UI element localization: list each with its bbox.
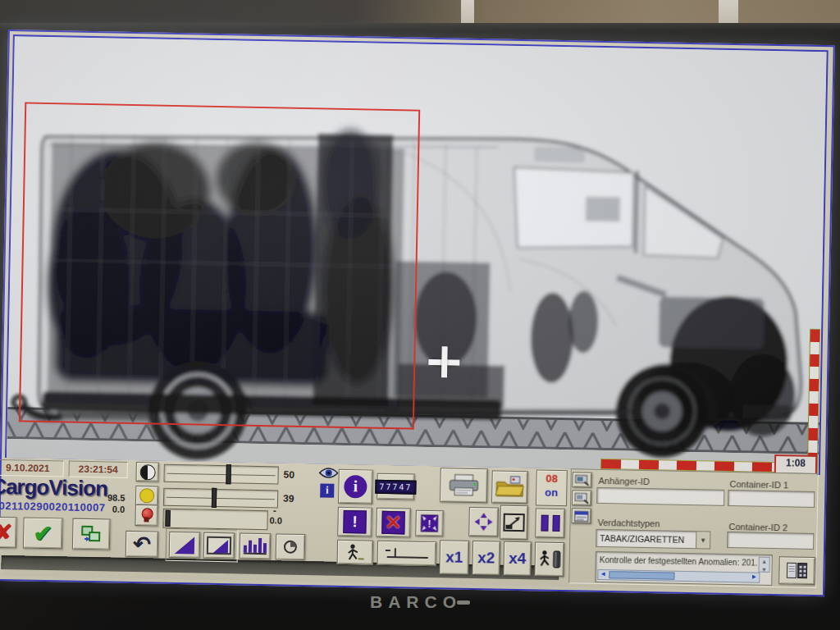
delete-anomaly-icon: ✕: [381, 511, 405, 535]
exclamation-icon: !: [343, 510, 367, 534]
ramp-icon: [175, 536, 194, 554]
anomaly-entry: Kontrolle der festgestellten Anomalien: …: [600, 555, 757, 568]
zoom-x1-button[interactable]: x1: [439, 540, 469, 575]
contrast-icon: [139, 464, 155, 480]
lamp-icon: [140, 508, 152, 523]
brightness-slider-thumb[interactable]: [212, 488, 217, 508]
mini-slider-icon: [384, 546, 430, 560]
svg-text:!: !: [427, 518, 431, 530]
verdachtstypen-label: Verdachtstypen: [597, 518, 660, 528]
verdachtstypen-dropdown[interactable]: TABAK/ZIGARETTEN ▼: [596, 529, 710, 550]
scrollbar-thumb[interactable]: [609, 571, 674, 580]
shrink-anomaly-button[interactable]: !: [415, 510, 444, 537]
runner-icon: [345, 543, 366, 561]
exit-door-icon: [536, 549, 561, 569]
detection-rectangle[interactable]: [19, 102, 420, 429]
lamp-button[interactable]: [135, 504, 158, 527]
folder-open-icon: [495, 475, 525, 499]
mark-anomaly-button[interactable]: !: [337, 507, 372, 537]
lamp-range-top: -: [273, 504, 276, 516]
contrast-button[interactable]: [135, 462, 158, 482]
send-image-button[interactable]: [72, 518, 111, 550]
resize-view-icon: [503, 514, 524, 532]
barco-logo-tail: [457, 600, 470, 605]
curve-icon: [283, 540, 298, 555]
crosshair-marker: [428, 346, 460, 378]
ramp-lut-button[interactable]: [169, 532, 201, 559]
contrast-value: 50: [284, 469, 295, 481]
brightness-value: 39: [283, 493, 294, 504]
measure-line-button[interactable]: [377, 541, 437, 566]
anomaly-listbox[interactable]: Kontrolle der festgestellten Anomalien: …: [595, 551, 773, 586]
accept-button[interactable]: ✔: [23, 517, 63, 549]
monitor-photo: 1:08 9.10.2021 23:21:54 CargoVision 2021…: [0, 0, 840, 630]
scroll-right-icon[interactable]: ►: [751, 573, 757, 581]
open-image-button[interactable]: [491, 470, 528, 504]
brightness-icon: [139, 488, 154, 503]
delete-anomaly-button[interactable]: ✕: [376, 508, 411, 538]
export-image2-button[interactable]: [572, 490, 591, 505]
check-icon: ✔: [33, 519, 52, 546]
verdachtstypen-value: TABAK/ZIGARETTEN: [600, 533, 684, 545]
send-image-icon: [80, 525, 102, 543]
anhaenger-id-field[interactable]: [596, 487, 724, 506]
scroll-left-icon[interactable]: ◄: [600, 570, 606, 578]
report-window-button[interactable]: [572, 508, 591, 523]
exit-button[interactable]: [534, 541, 564, 577]
histogram-icon: [244, 538, 267, 555]
monitor-brand: BARCO: [0, 592, 840, 612]
lamp-value-bottom: 0.0: [112, 504, 126, 514]
cancel-icon: ✘: [0, 519, 12, 545]
info-small-icon: i: [320, 483, 334, 497]
zoom-x2-button[interactable]: x2: [472, 541, 500, 576]
info-icon: i: [344, 475, 368, 499]
shrink-exclamation-icon: !: [420, 514, 438, 532]
status-bottom: on: [536, 486, 566, 500]
directory-button[interactable]: [778, 556, 815, 585]
pan-button[interactable]: [468, 507, 499, 537]
contrast-slider[interactable]: [163, 464, 278, 485]
print-button[interactable]: [440, 468, 488, 503]
container-id1-label: Container-ID 1: [729, 479, 788, 490]
printer-icon: [447, 473, 481, 497]
pause-icon: [541, 515, 559, 532]
export-report-button[interactable]: [572, 472, 591, 487]
scan-id: 202110290020110007: [0, 500, 106, 514]
lamp-slider[interactable]: [162, 509, 267, 530]
pan-arrows-icon: [473, 512, 493, 532]
undo-button[interactable]: ↶: [126, 531, 159, 558]
container-id2-field[interactable]: [727, 532, 814, 550]
eye-icon: [318, 465, 340, 480]
anomaly-vertical-scrollbar[interactable]: ▲▼: [758, 557, 769, 573]
lamp-slider-thumb[interactable]: [165, 510, 170, 527]
info-button[interactable]: i: [338, 469, 373, 504]
dropdown-arrow-button[interactable]: ▼: [696, 532, 710, 548]
view-resize-button[interactable]: [500, 505, 528, 541]
anomaly-horizontal-scrollbar[interactable]: ◄ ►: [597, 569, 760, 583]
counter-icon: 77747: [375, 479, 416, 494]
contrast-slider-thumb[interactable]: [226, 464, 231, 484]
exposure-counter-button[interactable]: 77747: [377, 473, 415, 500]
zoom-x4-button[interactable]: x4: [503, 541, 532, 577]
phonebook-icon: [784, 560, 809, 581]
operator-run-button[interactable]: [337, 540, 374, 565]
screen: 1:08 9.10.2021 23:21:54 CargoVision 2021…: [0, 30, 835, 596]
status-top: 08: [536, 470, 566, 486]
status-indicator: 08 on: [536, 469, 568, 506]
pause-button[interactable]: [535, 508, 565, 538]
framed-ramp-lut-button[interactable]: [203, 532, 235, 559]
brightness-slider[interactable]: [163, 488, 278, 509]
histogram-button[interactable]: [240, 533, 272, 560]
lamp-value-top: 98.5: [107, 492, 126, 502]
container-id1-field[interactable]: [728, 490, 815, 508]
window-list-icon: [574, 510, 589, 522]
brightness-button[interactable]: [135, 486, 158, 506]
export-image-icon: [574, 492, 589, 504]
anhaenger-id-label: Anhänger-ID: [598, 476, 650, 486]
framed-ramp-icon: [207, 536, 231, 555]
lamp-range-bottom: 0.0: [269, 515, 282, 525]
gamma-curve-button[interactable]: [276, 533, 306, 560]
reject-button[interactable]: ✘: [0, 517, 17, 549]
xray-image-area[interactable]: 1:08: [5, 34, 829, 475]
export-report-icon: [574, 474, 589, 486]
